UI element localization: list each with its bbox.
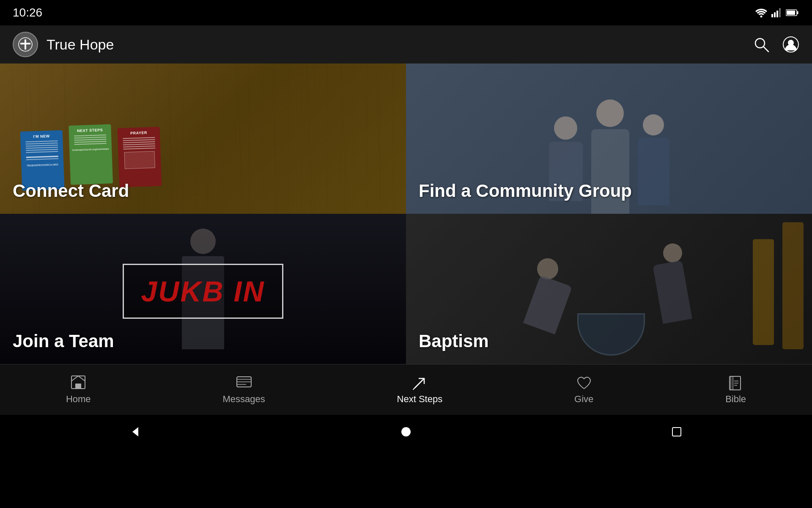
community-group-item[interactable]: Find a Community Group <box>406 64 812 214</box>
nav-give[interactable]: Give <box>562 371 606 409</box>
nav-bible[interactable]: Bible <box>713 371 759 409</box>
content-grid: I'M NEW TRUEHOPECHURCH.ORG NEXT STEPS tr… <box>0 64 812 364</box>
prayer-card-title: PRAYER <box>130 130 147 135</box>
prayer-box <box>124 151 155 169</box>
nav-home[interactable]: Home <box>53 371 104 409</box>
join-team-item[interactable]: JUKB IN Join a Team <box>0 214 406 364</box>
search-icon[interactable] <box>753 36 770 53</box>
app-bar-right <box>753 36 799 53</box>
next-steps-icon <box>411 375 428 391</box>
recents-icon <box>672 427 682 437</box>
baptism-label: Baptism <box>419 331 489 351</box>
baptism-person-1 <box>531 258 565 330</box>
svg-rect-26 <box>731 376 733 390</box>
next-steps-card-url: truehopechurch.org/nextsteps <box>72 148 109 152</box>
bible-icon <box>728 375 744 391</box>
card-url: TRUEHOPECHURCH.ORG <box>27 163 58 167</box>
nav-home-label: Home <box>66 394 91 405</box>
status-bar: 10:26 <box>0 0 812 25</box>
prayer-card: PRAYER <box>118 127 162 187</box>
svg-line-18 <box>78 376 85 381</box>
connect-card-item[interactable]: I'M NEW TRUEHOPECHURCH.ORG NEXT STEPS tr… <box>0 64 406 214</box>
app-logo <box>13 32 38 57</box>
im-new-card-title: I'M NEW <box>33 134 49 138</box>
next-steps-card: NEXT STEPS truehopechurch.org/nextsteps <box>69 124 113 185</box>
status-time: 10:26 <box>13 6 42 19</box>
svg-line-17 <box>71 376 78 381</box>
nav-next-steps[interactable]: Next Steps <box>384 371 455 409</box>
svg-point-0 <box>760 16 763 18</box>
account-icon[interactable] <box>782 36 799 53</box>
next-steps-card-title: NEXT STEPS <box>77 128 103 133</box>
app-bar: True Hope <box>0 25 812 64</box>
svg-rect-10 <box>20 43 30 44</box>
svg-rect-2 <box>774 12 776 17</box>
app-title: True Hope <box>47 36 114 53</box>
nav-bible-label: Bible <box>725 394 746 405</box>
recents-button[interactable] <box>664 419 689 444</box>
battery-icon <box>786 9 799 17</box>
join-team-banner: JUKB IN <box>123 264 283 319</box>
home-circle-icon <box>401 427 411 437</box>
person-3 <box>638 114 669 205</box>
svg-point-31 <box>401 427 411 436</box>
join-team-label: Join a Team <box>13 331 114 351</box>
svg-rect-7 <box>787 11 795 15</box>
signal-icon <box>771 8 782 17</box>
nav-messages[interactable]: Messages <box>210 371 277 409</box>
connect-card-label: Connect Card <box>13 181 129 201</box>
svg-rect-1 <box>771 14 773 17</box>
svg-marker-30 <box>132 427 138 436</box>
baptism-item[interactable]: Baptism <box>406 214 812 364</box>
status-icons <box>755 8 799 17</box>
nav-give-label: Give <box>574 394 593 405</box>
svg-rect-32 <box>672 428 681 436</box>
baptism-person-2 <box>658 243 687 322</box>
svg-rect-6 <box>797 11 798 14</box>
svg-line-12 <box>763 47 768 52</box>
system-nav <box>0 415 812 449</box>
baptism-decor <box>727 214 812 364</box>
join-team-banner-text: JUKB IN <box>141 277 265 306</box>
bottom-nav: Home Messages Next Steps Give <box>0 364 812 415</box>
svg-rect-3 <box>776 11 778 17</box>
back-icon <box>129 425 142 438</box>
baptism-basin <box>577 313 645 356</box>
nav-messages-label: Messages <box>222 394 265 405</box>
home-icon <box>70 375 86 391</box>
home-button[interactable] <box>393 419 419 444</box>
community-group-label: Find a Community Group <box>419 181 632 201</box>
app-bar-left: True Hope <box>13 32 114 57</box>
wifi-icon <box>755 8 767 17</box>
give-icon <box>576 375 592 391</box>
svg-rect-16 <box>75 384 81 389</box>
nav-next-steps-label: Next Steps <box>397 394 443 405</box>
messages-icon <box>236 375 252 391</box>
back-button[interactable] <box>123 419 148 444</box>
svg-rect-4 <box>779 8 781 17</box>
cross-icon <box>18 37 33 52</box>
svg-line-24 <box>413 385 417 389</box>
